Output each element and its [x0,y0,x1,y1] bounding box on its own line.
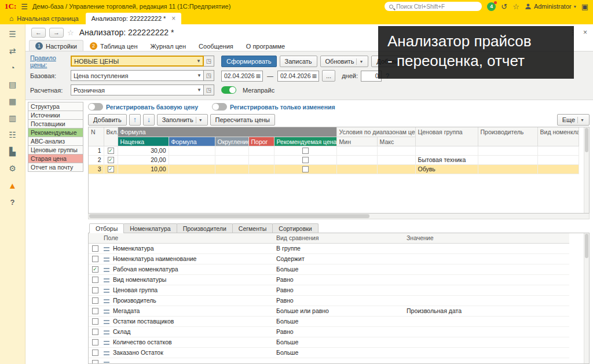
filter-comparison-cell[interactable]: Содержит [274,253,404,264]
horizontal-scrollbar[interactable] [88,214,590,219]
filter-value-cell[interactable] [404,243,569,253]
group-header-ranges[interactable]: Условия по диапазонам цен [336,127,415,137]
purchases-icon[interactable]: ▤ [5,80,20,89]
filter-value-cell[interactable] [404,316,569,326]
dropdown-icon[interactable]: ▼ [195,73,203,78]
move-down-button[interactable]: ↓ [143,114,155,126]
col-header-manufacturer[interactable]: Производитель [478,127,537,146]
nav-item[interactable]: Ценовые группы [28,145,83,155]
filter-row[interactable]: Номенклатура наименование Содержит [89,253,569,264]
filter-field-cell[interactable]: Рабочая номенклатура [101,264,274,274]
notifications-icon[interactable]: 4 [487,2,496,11]
date-to-field[interactable]: 02.04.2026 ▦ [277,71,319,82]
filter-checkbox[interactable]: ✓ [92,266,98,273]
ellipsis-button[interactable]: ... [322,70,335,82]
favorites-star-icon[interactable]: ☆ [513,3,519,10]
register-toggle[interactable]: Регистрировать только изменения [212,103,335,111]
nav-item[interactable]: Поставщики [28,119,83,128]
nav-item[interactable]: Структура [28,102,83,111]
filter-comparison-cell[interactable]: В группе [274,243,404,253]
price-rule-label[interactable]: Правило цены: [30,54,71,68]
col-header-formula[interactable]: Формула [169,137,215,146]
filter-tab-1[interactable]: Номенклатура [123,223,177,233]
filter-checkbox[interactable] [92,350,98,356]
back-button[interactable]: ← [31,28,46,38]
filter-value-cell[interactable] [404,347,569,358]
filter-row[interactable]: Ценовая группа Равно [89,285,569,295]
filter-row[interactable]: Склад Равно [89,326,569,337]
filter-checkbox[interactable] [92,308,98,314]
row-enabled-checkbox[interactable]: ✓ [108,148,114,154]
save-button[interactable]: Записать [280,56,317,67]
filter-value-cell[interactable] [404,274,569,285]
filter-comparison-cell[interactable]: Равно [274,274,404,285]
scrollbar-thumb[interactable] [585,234,588,258]
open-button[interactable]: ◳ [204,56,214,67]
filter-comparison-cell[interactable]: Равно [274,285,404,295]
sales-icon[interactable]: ▦ [5,97,20,105]
filter-tab-3[interactable]: Сегменты [232,223,273,233]
tab-analyzer[interactable]: Анализатор: 222222222 * × [86,13,182,24]
filter-row[interactable]: Количество остатков Больше [89,337,569,347]
markup-cell[interactable]: 10,00 [118,164,169,174]
1c-logo[interactable]: 1С: [5,2,16,11]
filter-tab-2[interactable]: Производители [177,223,233,233]
filter-checkbox[interactable] [92,360,98,364]
analytics-icon[interactable]: ▙ [5,148,20,156]
col-header-value[interactable]: Значение [404,233,569,243]
nav-item[interactable]: Старая цена [28,154,83,163]
col-header-recommended[interactable]: Рекомендуемая цена [274,137,336,146]
refresh-button[interactable]: Обновить ▼ [320,56,369,67]
tab-1[interactable]: 2Таблица цен [83,40,144,51]
date-from-field[interactable]: 02.04.2026 ▦ [221,71,263,82]
main-menu-icon[interactable]: ☰ [21,2,28,11]
price-table-row[interactable]: 3 ✓ 10,00 Обувь [89,164,579,174]
scrollbar-thumb[interactable] [585,128,588,152]
vertical-scrollbar[interactable] [584,127,589,213]
price-group-cell[interactable]: Бытовая техника [415,155,478,164]
filter-field-cell[interactable]: Номенклатура [101,243,274,253]
tab-4[interactable]: О программе [240,41,291,51]
tab-3[interactable]: Сообщения [192,41,240,51]
filter-value-cell[interactable] [404,285,569,295]
recalculate-button[interactable]: Пересчитать цены [210,114,275,126]
filter-field-cell[interactable]: Остатки поставщиков [101,316,274,326]
filter-value-cell[interactable] [404,358,569,364]
filter-comparison-cell[interactable]: Равно [274,295,404,306]
warning-triangle-icon[interactable]: ▲ [5,181,20,190]
settings-gear-icon[interactable]: ⚙ [5,164,20,172]
filter-field-cell[interactable]: Вид номенклатуры [101,274,274,285]
filter-row[interactable]: Остатки поставщиков Больше [89,316,569,326]
filter-comparison-cell[interactable]: Больше [274,347,404,358]
calendar-icon[interactable]: ▦ [255,73,261,79]
nav-item[interactable]: Отчет на почту [28,163,83,172]
nav-item[interactable]: АВС-анализ [28,137,83,146]
tab-home[interactable]: ⌂ Начальная страница [2,13,86,24]
row-enabled-checkbox[interactable]: ✓ [108,166,114,172]
col-header-threshold[interactable]: Порог [248,137,274,146]
filter-comparison-cell[interactable] [274,358,404,364]
tab-0[interactable]: 1Настройки [29,40,83,51]
col-header-rounding[interactable]: Округление [215,137,248,146]
recommended-checkbox[interactable] [302,148,309,154]
col-header-field[interactable]: Поле [101,233,274,243]
filter-value-cell[interactable] [404,337,569,347]
filter-field-cell[interactable]: Мегадата [101,306,274,316]
filter-row[interactable]: Мегадата Больше или равно Произвольная д… [89,306,569,316]
markup-cell[interactable]: 20,00 [118,155,169,164]
open-button[interactable]: ◳ [204,70,214,81]
filter-field-cell[interactable]: Количество остатков [101,337,274,347]
price-group-cell[interactable]: Обувь [415,164,478,174]
nav-item[interactable]: Источники [28,111,83,120]
register-toggle[interactable]: Регистрировать базовую цену [88,103,198,111]
filter-field-cell[interactable]: Номенклатура наименование [101,253,274,264]
filter-row[interactable]: ✓ Рабочая номенклатура Больше [89,264,569,274]
filter-row[interactable]: Заказано Остаток Больше [89,347,569,358]
generate-button[interactable]: Сформировать [221,56,277,67]
price-table-row[interactable]: 1 ✓ 30,00 [89,146,579,155]
close-icon[interactable]: × [583,28,587,36]
filter-value-cell[interactable] [404,326,569,337]
filter-checkbox[interactable] [92,297,98,304]
hamburger-menu-icon[interactable]: ☰ [5,30,20,38]
filter-value-cell[interactable] [404,264,569,274]
